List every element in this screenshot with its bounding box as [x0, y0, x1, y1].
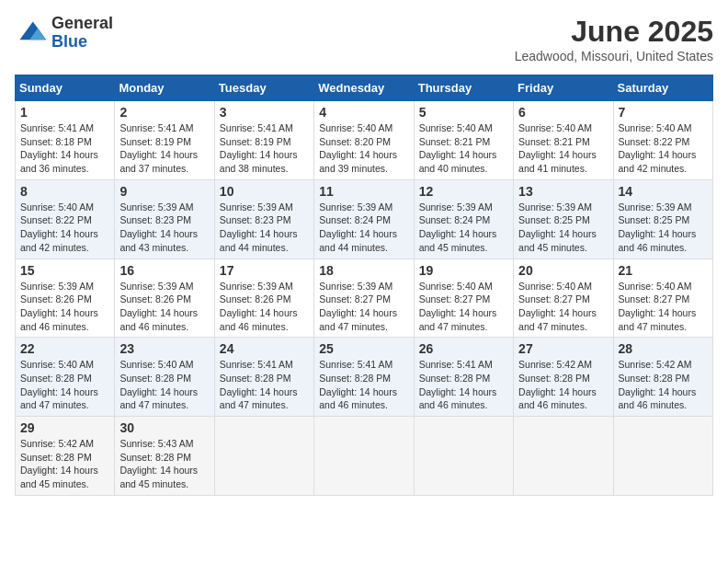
calendar-cell: 4Sunrise: 5:40 AMSunset: 8:20 PMDaylight… [314, 101, 414, 180]
day-number: 30 [119, 420, 209, 435]
weekday-header-wednesday: Wednesday [314, 75, 414, 101]
calendar-cell: 26Sunrise: 5:41 AMSunset: 8:28 PMDayligh… [414, 338, 513, 417]
day-number: 5 [419, 105, 508, 120]
calendar-cell: 13Sunrise: 5:39 AMSunset: 8:25 PMDayligh… [514, 179, 613, 259]
calendar-cell: 15Sunrise: 5:39 AMSunset: 8:26 PMDayligh… [16, 259, 115, 338]
day-info: Sunrise: 5:43 AMSunset: 8:28 PMDaylight:… [119, 437, 209, 491]
calendar-cell: 23Sunrise: 5:40 AMSunset: 8:28 PMDayligh… [115, 338, 214, 417]
logo-general-text: General [51, 15, 113, 33]
day-info: Sunrise: 5:39 AMSunset: 8:25 PMDaylight:… [518, 201, 608, 255]
calendar-cell: 29Sunrise: 5:42 AMSunset: 8:28 PMDayligh… [16, 417, 115, 496]
day-info: Sunrise: 5:40 AMSunset: 8:27 PMDaylight:… [419, 280, 508, 334]
day-number: 19 [419, 263, 508, 278]
day-number: 26 [419, 341, 508, 356]
day-info: Sunrise: 5:42 AMSunset: 8:28 PMDaylight:… [619, 358, 708, 412]
day-number: 13 [518, 184, 608, 199]
day-number: 15 [20, 263, 109, 278]
calendar-cell: 14Sunrise: 5:39 AMSunset: 8:25 PMDayligh… [613, 179, 712, 259]
day-info: Sunrise: 5:39 AMSunset: 8:25 PMDaylight:… [619, 201, 708, 255]
day-number: 27 [518, 341, 608, 356]
calendar-cell: 24Sunrise: 5:41 AMSunset: 8:28 PMDayligh… [214, 338, 313, 417]
day-number: 18 [319, 263, 408, 278]
month-title: June 2025 [515, 15, 713, 49]
day-number: 4 [319, 105, 408, 120]
day-info: Sunrise: 5:40 AMSunset: 8:20 PMDaylight:… [319, 121, 408, 176]
calendar-cell: 3Sunrise: 5:41 AMSunset: 8:19 PMDaylight… [214, 101, 313, 180]
calendar-cell: 5Sunrise: 5:40 AMSunset: 8:21 PMDaylight… [414, 101, 513, 180]
day-number: 2 [119, 105, 209, 120]
day-number: 21 [619, 263, 708, 278]
calendar-cell: 12Sunrise: 5:39 AMSunset: 8:24 PMDayligh… [414, 179, 513, 259]
day-number: 6 [518, 105, 608, 120]
calendar-cell: 30Sunrise: 5:43 AMSunset: 8:28 PMDayligh… [115, 417, 214, 496]
calendar-cell: 21Sunrise: 5:40 AMSunset: 8:27 PMDayligh… [613, 259, 712, 338]
calendar-cell: 18Sunrise: 5:39 AMSunset: 8:27 PMDayligh… [314, 259, 414, 338]
day-number: 17 [220, 263, 309, 278]
day-number: 29 [20, 420, 109, 435]
day-number: 24 [220, 341, 309, 356]
week-row-1: 1Sunrise: 5:41 AMSunset: 8:18 PMDaylight… [16, 101, 713, 180]
week-row-4: 22Sunrise: 5:40 AMSunset: 8:28 PMDayligh… [16, 338, 713, 417]
week-row-2: 8Sunrise: 5:40 AMSunset: 8:22 PMDaylight… [16, 179, 713, 259]
day-number: 9 [119, 184, 209, 199]
day-number: 1 [20, 105, 109, 120]
logo: General Blue [15, 15, 113, 52]
day-number: 8 [20, 184, 109, 199]
weekday-header-friday: Friday [514, 75, 613, 101]
calendar-cell: 19Sunrise: 5:40 AMSunset: 8:27 PMDayligh… [414, 259, 513, 338]
day-info: Sunrise: 5:40 AMSunset: 8:28 PMDaylight:… [119, 358, 209, 412]
calendar-cell [514, 417, 613, 496]
calendar-cell: 9Sunrise: 5:39 AMSunset: 8:23 PMDaylight… [115, 179, 214, 259]
weekday-header-saturday: Saturday [613, 75, 712, 101]
day-number: 11 [319, 184, 408, 199]
day-info: Sunrise: 5:41 AMSunset: 8:28 PMDaylight:… [319, 358, 408, 412]
calendar-cell: 22Sunrise: 5:40 AMSunset: 8:28 PMDayligh… [16, 338, 115, 417]
day-number: 10 [220, 184, 309, 199]
week-row-5: 29Sunrise: 5:42 AMSunset: 8:28 PMDayligh… [16, 417, 713, 496]
calendar-cell: 17Sunrise: 5:39 AMSunset: 8:26 PMDayligh… [214, 259, 313, 338]
calendar-cell [314, 417, 414, 496]
weekday-header-row: SundayMondayTuesdayWednesdayThursdayFrid… [16, 75, 713, 101]
day-number: 20 [518, 263, 608, 278]
logo-icon [15, 17, 48, 50]
calendar-cell: 7Sunrise: 5:40 AMSunset: 8:22 PMDaylight… [613, 101, 712, 180]
header: General Blue June 2025 Leadwood, Missour… [15, 15, 713, 63]
day-number: 16 [119, 263, 209, 278]
day-info: Sunrise: 5:39 AMSunset: 8:24 PMDaylight:… [419, 201, 508, 255]
day-info: Sunrise: 5:39 AMSunset: 8:26 PMDaylight:… [20, 280, 109, 334]
calendar-cell: 2Sunrise: 5:41 AMSunset: 8:19 PMDaylight… [115, 101, 214, 180]
calendar-cell: 11Sunrise: 5:39 AMSunset: 8:24 PMDayligh… [314, 179, 414, 259]
day-number: 22 [20, 341, 109, 356]
calendar-cell: 28Sunrise: 5:42 AMSunset: 8:28 PMDayligh… [613, 338, 712, 417]
weekday-header-tuesday: Tuesday [214, 75, 313, 101]
weekday-header-sunday: Sunday [16, 75, 115, 101]
day-number: 14 [619, 184, 708, 199]
calendar-cell: 6Sunrise: 5:40 AMSunset: 8:21 PMDaylight… [514, 101, 613, 180]
day-info: Sunrise: 5:40 AMSunset: 8:22 PMDaylight:… [20, 201, 109, 255]
calendar-cell [214, 417, 313, 496]
weekday-header-thursday: Thursday [414, 75, 513, 101]
day-number: 25 [319, 341, 408, 356]
logo-blue-text: Blue [51, 33, 113, 52]
calendar-cell: 27Sunrise: 5:42 AMSunset: 8:28 PMDayligh… [514, 338, 613, 417]
day-info: Sunrise: 5:40 AMSunset: 8:21 PMDaylight:… [419, 121, 508, 176]
week-row-3: 15Sunrise: 5:39 AMSunset: 8:26 PMDayligh… [16, 259, 713, 338]
calendar-cell [414, 417, 513, 496]
day-number: 23 [119, 341, 209, 356]
day-number: 12 [419, 184, 508, 199]
day-info: Sunrise: 5:40 AMSunset: 8:27 PMDaylight:… [518, 280, 608, 334]
location-title: Leadwood, Missouri, United States [515, 49, 713, 63]
day-info: Sunrise: 5:39 AMSunset: 8:23 PMDaylight:… [220, 201, 309, 255]
day-info: Sunrise: 5:39 AMSunset: 8:27 PMDaylight:… [319, 280, 408, 334]
day-info: Sunrise: 5:42 AMSunset: 8:28 PMDaylight:… [20, 437, 109, 491]
day-number: 3 [220, 105, 309, 120]
day-info: Sunrise: 5:41 AMSunset: 8:18 PMDaylight:… [20, 121, 109, 176]
calendar-cell: 8Sunrise: 5:40 AMSunset: 8:22 PMDaylight… [16, 179, 115, 259]
weekday-header-monday: Monday [115, 75, 214, 101]
day-info: Sunrise: 5:39 AMSunset: 8:26 PMDaylight:… [220, 280, 309, 334]
day-info: Sunrise: 5:40 AMSunset: 8:22 PMDaylight:… [619, 121, 708, 176]
day-info: Sunrise: 5:41 AMSunset: 8:28 PMDaylight:… [220, 358, 309, 412]
calendar-cell: 10Sunrise: 5:39 AMSunset: 8:23 PMDayligh… [214, 179, 313, 259]
day-info: Sunrise: 5:39 AMSunset: 8:24 PMDaylight:… [319, 201, 408, 255]
day-info: Sunrise: 5:40 AMSunset: 8:21 PMDaylight:… [518, 121, 608, 176]
